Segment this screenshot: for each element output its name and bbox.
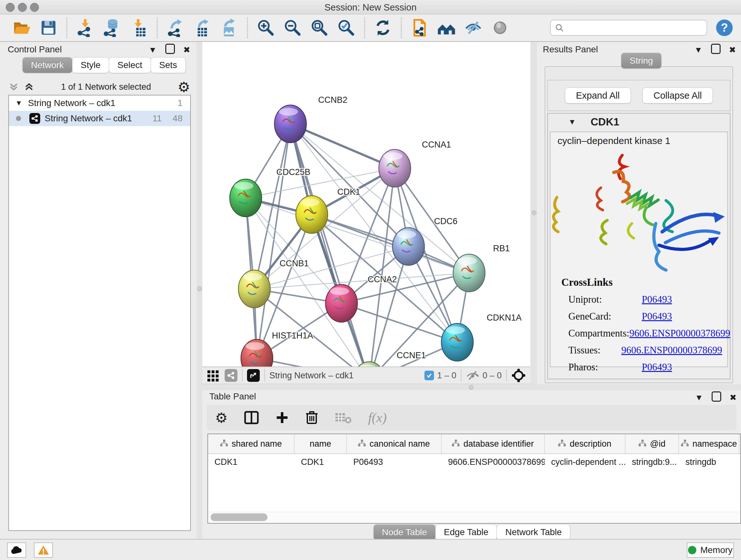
export-image-icon[interactable] bbox=[219, 18, 239, 38]
save-icon[interactable] bbox=[39, 18, 58, 38]
crosslink-link[interactable]: 9606.ENSP00000378699 bbox=[629, 327, 730, 339]
scrollbar-thumb[interactable] bbox=[211, 513, 267, 521]
network-edge[interactable] bbox=[290, 124, 395, 168]
network-badge-icon[interactable] bbox=[225, 369, 238, 382]
help-icon[interactable]: ? bbox=[716, 19, 733, 36]
network-node-CDKN1A[interactable] bbox=[441, 323, 473, 361]
warnings-button[interactable] bbox=[34, 543, 53, 558]
column-header-database-identifier[interactable]: database identifier bbox=[442, 434, 545, 453]
bottom-splitter[interactable] bbox=[202, 384, 741, 390]
network-node-CCNA2[interactable] bbox=[326, 285, 357, 322]
results-panel-float-icon[interactable] bbox=[711, 45, 721, 55]
add-column-icon[interactable] bbox=[275, 411, 289, 424]
cloud-button[interactable] bbox=[7, 543, 26, 558]
tab-select[interactable]: Select bbox=[109, 57, 151, 73]
network-node-CCNB1[interactable] bbox=[239, 270, 270, 308]
split-columns-icon[interactable] bbox=[244, 411, 259, 424]
network-node-RB1[interactable] bbox=[453, 254, 485, 292]
collection-expander-icon[interactable]: ▼ bbox=[15, 99, 22, 107]
results-panel-close-icon[interactable]: ✖ bbox=[729, 45, 736, 55]
zoom-selected-icon[interactable] bbox=[336, 18, 356, 38]
column-header-canonical-name[interactable]: canonical name bbox=[347, 434, 442, 453]
table-cell[interactable]: CDK1 bbox=[208, 454, 294, 470]
tab-network-table[interactable]: Network Table bbox=[496, 524, 570, 540]
table-horizontal-scrollbar[interactable] bbox=[209, 512, 740, 522]
share-document-icon[interactable] bbox=[410, 18, 429, 38]
network-node-CDC6[interactable] bbox=[393, 228, 424, 265]
delete-column-icon[interactable] bbox=[306, 411, 318, 425]
search-input[interactable] bbox=[564, 23, 703, 33]
table-cell[interactable]: CDK1 bbox=[294, 454, 347, 470]
network-node-CDK1[interactable] bbox=[296, 196, 328, 233]
collapse-all-icon[interactable] bbox=[8, 81, 19, 92]
network-canvas[interactable]: CCNB2CCNA1CDC25BCDK1CDC6RB1CCNB1CCNA2CDK… bbox=[202, 42, 530, 367]
crosslink-link[interactable]: P06493 bbox=[642, 294, 672, 305]
crosslink-link[interactable]: 9606.ENSP00000378699 bbox=[621, 345, 722, 356]
expand-all-icon[interactable] bbox=[23, 81, 35, 92]
control-panel-close-icon[interactable]: ✖ bbox=[183, 45, 190, 55]
import-table-icon[interactable] bbox=[129, 18, 149, 38]
hide-selected-eye-icon[interactable] bbox=[463, 18, 483, 38]
show-eye-icon[interactable] bbox=[490, 18, 510, 38]
table-cell[interactable]: stringdb bbox=[679, 454, 739, 470]
zoom-out-icon[interactable] bbox=[283, 18, 302, 38]
grid-view-icon[interactable] bbox=[207, 369, 219, 382]
network-node-CCNB2[interactable] bbox=[274, 105, 307, 143]
birdseye-target-icon[interactable] bbox=[511, 368, 526, 383]
left-splitter[interactable] bbox=[197, 42, 202, 539]
control-panel-title: Control Panel bbox=[8, 44, 62, 55]
tab-edge-table[interactable]: Edge Table bbox=[435, 524, 497, 540]
table-row[interactable]: CDK1CDK1P064939606.ENSP00000378699cyclin… bbox=[208, 454, 740, 470]
expand-all-button[interactable]: Expand All bbox=[565, 87, 631, 104]
network-node-CCNA1[interactable] bbox=[379, 149, 411, 187]
network-edge[interactable] bbox=[290, 124, 369, 367]
results-panel-menu-icon[interactable]: ▼ bbox=[694, 45, 703, 55]
tab-network[interactable]: Network bbox=[22, 57, 72, 73]
network-edge[interactable] bbox=[246, 168, 395, 198]
network-options-gear-icon[interactable]: ⚙ bbox=[178, 79, 190, 95]
column-header-shared-name[interactable]: shared name bbox=[208, 434, 294, 453]
open-folder-icon[interactable] bbox=[12, 18, 31, 38]
table-cell[interactable]: cyclin-dependent ... bbox=[545, 454, 625, 470]
import-database-icon[interactable] bbox=[102, 18, 122, 38]
table-cell[interactable]: 9606.ENSP00000378699 bbox=[442, 454, 545, 470]
column-header-description[interactable]: description bbox=[545, 434, 625, 453]
column-header-namespace[interactable]: namespace bbox=[679, 434, 739, 453]
tab-node-table[interactable]: Node Table bbox=[374, 524, 435, 540]
export-network-icon[interactable] bbox=[165, 18, 185, 38]
right-splitter[interactable] bbox=[530, 42, 537, 384]
table-settings-gear-icon[interactable]: ⚙ bbox=[215, 410, 227, 426]
network-edge[interactable] bbox=[257, 358, 369, 367]
table-panel-float-icon[interactable] bbox=[712, 393, 721, 402]
table-panel-close-icon[interactable]: ✖ bbox=[730, 393, 737, 402]
network-node-HIST1H1A[interactable] bbox=[241, 339, 273, 367]
zoom-in-icon[interactable] bbox=[256, 18, 276, 38]
column-header--id[interactable]: @id bbox=[625, 434, 679, 453]
table-panel-menu-icon[interactable]: ▼ bbox=[695, 393, 703, 402]
network-node-CDC25B[interactable] bbox=[230, 179, 262, 217]
selected-checkbox[interactable] bbox=[424, 371, 434, 380]
export-table-icon[interactable] bbox=[192, 18, 212, 38]
detach-view-icon[interactable] bbox=[247, 369, 260, 382]
control-panel-float-icon[interactable] bbox=[165, 45, 175, 55]
gene-expander-icon[interactable]: ▼ bbox=[568, 118, 576, 126]
network-selected-count: 1 of 1 Network selected bbox=[35, 82, 178, 92]
crosslink-link[interactable]: P06493 bbox=[642, 311, 672, 322]
tab-sets[interactable]: Sets bbox=[151, 57, 186, 73]
table-cell[interactable]: stringdb:9... bbox=[625, 454, 679, 470]
network-collection-row[interactable]: ▼ String Network – cdk1 1 bbox=[9, 96, 190, 111]
network-graph[interactable]: CCNB2CCNA1CDC25BCDK1CDC6RB1CCNB1CCNA2CDK… bbox=[202, 42, 530, 367]
table-cell[interactable]: P06493 bbox=[347, 454, 442, 470]
home-networks-icon[interactable] bbox=[436, 18, 456, 38]
memory-button[interactable]: Memory bbox=[687, 543, 734, 558]
collapse-all-button[interactable]: Collapse All bbox=[643, 87, 713, 104]
column-header-name[interactable]: name bbox=[294, 434, 347, 453]
control-panel-menu-icon[interactable]: ▼ bbox=[149, 45, 157, 55]
tab-string[interactable]: String bbox=[621, 53, 662, 69]
zoom-fit-icon[interactable] bbox=[310, 18, 329, 38]
tab-style[interactable]: Style bbox=[72, 57, 109, 73]
refresh-icon[interactable] bbox=[373, 18, 393, 38]
crosslink-link[interactable]: P06493 bbox=[642, 361, 672, 373]
network-row[interactable]: String Network – cdk1 11 48 bbox=[9, 111, 190, 126]
import-network-icon[interactable] bbox=[75, 18, 95, 38]
